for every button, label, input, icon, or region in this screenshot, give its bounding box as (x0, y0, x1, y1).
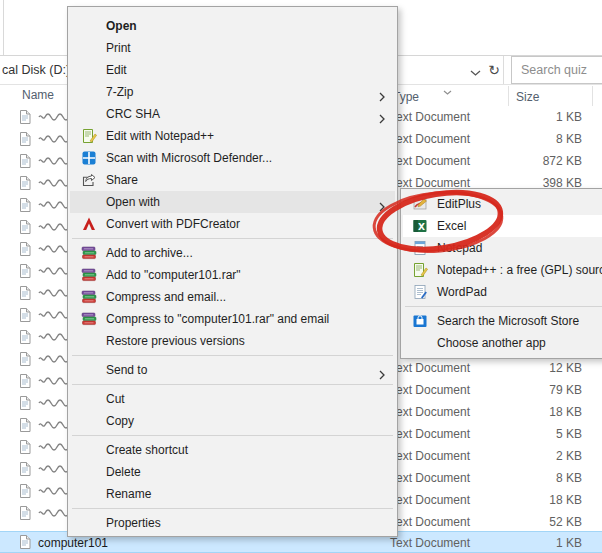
menu-item-edit-with-notepadpp[interactable]: Edit with Notepad++ (70, 125, 395, 147)
file-type: Text Document (390, 471, 470, 485)
share-icon (81, 172, 97, 188)
file-type: Text Document (390, 427, 470, 441)
menu-item-label: Cut (106, 392, 125, 406)
winrar-icon (81, 311, 97, 327)
menu-separator (405, 306, 602, 307)
file-size: 1 KB (492, 536, 582, 550)
sort-chevron-icon[interactable] (443, 85, 452, 99)
column-divider (592, 86, 593, 106)
excel-icon: X (412, 218, 428, 234)
wordpad-icon (412, 284, 428, 300)
submenu-item-editplus[interactable]: EditPlus (403, 193, 602, 215)
menu-item-scan-with-defender[interactable]: Scan with Microsoft Defender... (70, 147, 395, 169)
menu-item-print[interactable]: Print (70, 37, 395, 59)
file-type: Text Document (390, 361, 470, 375)
notepadpp-icon (81, 128, 97, 144)
menu-item-delete[interactable]: Delete (70, 461, 395, 483)
menu-item-label: Share (106, 173, 138, 187)
file-row[interactable] (0, 238, 67, 260)
submenu-item-wordpad[interactable]: WordPad (403, 281, 602, 303)
menu-item-open-with[interactable]: Open with (70, 191, 395, 213)
refresh-icon[interactable]: ↻ (485, 59, 503, 81)
nav-pane-divider (3, 0, 4, 55)
notepadpp-icon (412, 262, 428, 278)
winrar-icon (81, 245, 97, 261)
notepad-icon (412, 240, 428, 256)
menu-item-cut[interactable]: Cut (70, 388, 395, 410)
menu-item-label: Add to archive... (106, 246, 193, 260)
file-row[interactable] (0, 282, 67, 304)
menu-item-properties[interactable]: Properties (70, 512, 395, 534)
submenu-item-excel[interactable]: XExcel (403, 215, 602, 237)
menu-item-rename[interactable]: Rename (70, 483, 395, 505)
file-row[interactable] (0, 304, 67, 326)
menu-separator (72, 238, 393, 239)
file-explorer-window: cal Disk (D:) ↻ Name Type Size (0, 0, 602, 553)
menu-item-label: Open with (106, 195, 160, 209)
menu-item-open[interactable]: Open (70, 15, 395, 37)
selected-file-name: computer101 (38, 536, 108, 550)
column-divider (508, 86, 509, 106)
column-header-size[interactable]: Size (516, 90, 539, 104)
menu-item-label: WordPad (437, 285, 487, 299)
menu-item-edit[interactable]: Edit (70, 59, 395, 81)
file-type: Text Document (390, 405, 470, 419)
menu-item-label: Rename (106, 487, 151, 501)
file-size: 12 KB (492, 361, 582, 375)
menu-item-share[interactable]: Share (70, 169, 395, 191)
file-row[interactable] (0, 216, 67, 238)
file-size: 18 KB (492, 493, 582, 507)
menu-item-label: Notepad++ : a free (GPL) source (437, 263, 602, 277)
file-size: 8 KB (492, 471, 582, 485)
context-menu: Open Print Edit 7-Zip CRC SHA Edit with … (67, 6, 398, 537)
file-size: 2 KB (492, 449, 582, 463)
menu-separator (72, 508, 393, 509)
menu-item-label: Excel (437, 219, 466, 233)
menu-item-label: Properties (106, 516, 161, 530)
submenu-item-notepad[interactable]: Notepad (403, 237, 602, 259)
column-header-name[interactable]: Name (22, 88, 54, 102)
menu-item-7zip[interactable]: 7-Zip (70, 81, 395, 103)
file-type: Text Document (390, 383, 470, 397)
file-size: 8 KB (492, 132, 582, 146)
winrar-icon (81, 267, 97, 283)
menu-item-crc-sha[interactable]: CRC SHA (70, 103, 395, 125)
search-input[interactable] (512, 57, 602, 83)
menu-item-add-to-rar[interactable]: Add to "computer101.rar" (70, 264, 395, 286)
menu-item-compress-and-email[interactable]: Compress and email... (70, 286, 395, 308)
file-row[interactable] (0, 326, 67, 348)
address-bar[interactable]: cal Disk (D:) (2, 56, 70, 84)
text-file-icon (17, 534, 33, 550)
menu-item-copy[interactable]: Copy (70, 410, 395, 432)
file-type: Text Document (390, 536, 470, 550)
file-size: 5 KB (492, 427, 582, 441)
menu-item-label: Copy (106, 414, 134, 428)
menu-item-send-to[interactable]: Send to (70, 359, 395, 381)
file-size: 872 KB (492, 154, 582, 168)
file-row[interactable] (0, 194, 67, 216)
menu-item-convert-with-pdfcreator[interactable]: Convert with PDFCreator (70, 213, 395, 235)
menu-item-label: Open (106, 19, 137, 33)
menu-separator (72, 355, 393, 356)
menu-item-add-to-archive[interactable]: Add to archive... (70, 242, 395, 264)
address-dropdown-chevron-icon[interactable] (470, 66, 481, 80)
submenu-item-notepadpp[interactable]: Notepad++ : a free (GPL) source (403, 259, 602, 281)
file-type: Text Document (390, 132, 470, 146)
svg-text:X: X (418, 222, 425, 232)
menu-item-label: Choose another app (437, 336, 546, 350)
menu-item-create-shortcut[interactable]: Create shortcut (70, 439, 395, 461)
menu-item-compress-to-rar-and-email[interactable]: Compress to "computer101.rar" and email (70, 308, 395, 330)
menu-item-label: Create shortcut (106, 443, 188, 457)
menu-item-label: Compress to "computer101.rar" and email (106, 312, 329, 326)
file-size: 18 KB (492, 405, 582, 419)
submenu-item-choose-another-app[interactable]: Choose another app (403, 332, 602, 354)
search-box[interactable] (511, 56, 602, 84)
open-with-submenu: EditPlus XExcel Notepad Notepad++ : a fr… (400, 188, 602, 359)
microsoft-store-icon (412, 313, 428, 329)
menu-item-label: Search the Microsoft Store (437, 314, 579, 328)
menu-item-label: Delete (106, 465, 141, 479)
file-row[interactable] (0, 260, 67, 282)
submenu-item-search-microsoft-store[interactable]: Search the Microsoft Store (403, 310, 602, 332)
menu-item-restore-previous-versions[interactable]: Restore previous versions (70, 330, 395, 352)
pdfcreator-icon (81, 216, 97, 232)
